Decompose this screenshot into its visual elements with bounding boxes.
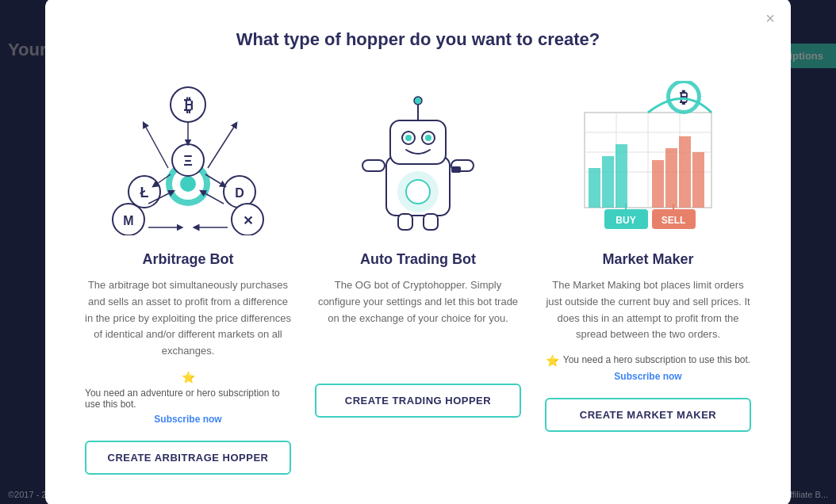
svg-line-21 [202,192,224,204]
market-maker-subscription-note: ⭐ You need a hero subscription to use th… [545,354,751,382]
svg-text:✕: ✕ [243,214,253,227]
create-trading-button[interactable]: CREATE TRADING HOPPER [315,384,521,418]
svg-text:SELL: SELL [662,215,686,226]
arbitrage-bot-card: ₿ Ł M D ✕ [85,78,291,475]
footer-affiliate: Affiliate B... [784,490,828,499]
trading-illustration [327,78,509,237]
svg-point-33 [406,180,430,204]
svg-point-29 [425,135,431,141]
svg-text:D: D [235,186,244,200]
star-icon-2: ⭐ [546,354,559,367]
svg-text:Ł: Ł [140,185,149,200]
svg-rect-47 [602,156,614,208]
market-maker-desc: The Market Making bot places limit order… [545,277,751,343]
close-button[interactable]: × [765,10,775,26]
svg-rect-48 [615,144,627,208]
trading-bot-card: Auto Trading Bot The OG bot of Cryptohop… [315,78,521,418]
modal-overlay: × What type of hopper do you want to cre… [0,0,836,504]
arbitrage-title: Arbitrage Bot [142,251,233,268]
svg-point-27 [405,135,412,141]
svg-text:BUY: BUY [615,215,635,226]
trading-desc: The OG bot of Cryptohopper. Simply confi… [315,277,521,326]
arbitrage-subscribe-link[interactable]: Subscribe now [154,414,221,425]
svg-line-18 [144,124,168,168]
svg-point-2 [180,176,196,192]
trading-title: Auto Trading Bot [360,251,476,268]
svg-rect-34 [362,160,385,171]
arbitrage-subscription-note: ⭐ You need an adventure or hero subscrip… [85,371,291,425]
svg-rect-49 [652,160,664,208]
svg-rect-51 [679,136,691,208]
svg-rect-38 [451,166,461,173]
svg-rect-50 [665,148,677,208]
create-arbitrage-button[interactable]: CREATE ARBITRAGE HOPPER [85,441,291,475]
market-maker-title: Market Maker [602,251,693,268]
svg-line-19 [208,124,236,168]
arbitrage-illustration: ₿ Ł M D ✕ [97,78,279,237]
market-maker-card: ₿ BUY SELL Market Maker [545,78,751,432]
svg-point-31 [414,97,422,105]
market-maker-subscribe-link[interactable]: Subscribe now [614,371,681,382]
market-maker-illustration: ₿ BUY SELL [557,78,739,237]
arbitrage-desc: The arbitrage bot simultaneously purchas… [85,277,291,360]
svg-text:₿: ₿ [184,95,193,115]
svg-rect-37 [424,214,438,230]
star-icon: ⭐ [182,371,195,384]
svg-rect-46 [589,168,600,208]
cards-container: ₿ Ł M D ✕ [85,78,751,475]
svg-rect-36 [398,214,412,230]
create-market-maker-button[interactable]: CREATE MARKET MAKER [545,398,751,432]
svg-rect-52 [692,152,704,208]
svg-text:Ξ: Ξ [183,153,193,169]
footer-copyright: ©2017 - 2020 Copyright by Cryptohopper™ [8,490,176,499]
modal-title: What type of hopper do you want to creat… [85,29,751,50]
svg-text:M: M [123,214,133,227]
modal-dialog: × What type of hopper do you want to cre… [45,0,791,504]
svg-rect-25 [390,120,446,164]
